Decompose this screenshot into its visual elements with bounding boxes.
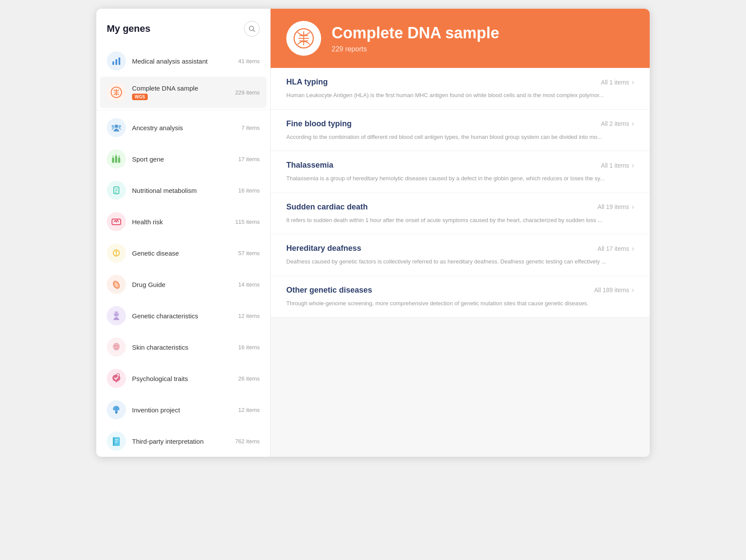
sidebar-item-name-nutrition: Nutritional metabolism: [132, 187, 238, 194]
sidebar-item-genetic[interactable]: Genetic disease 57 items: [96, 237, 270, 269]
sidebar-item-name-ancestry: Ancestry analysis: [132, 124, 241, 132]
sidebar-item-complete-dna[interactable]: Complete DNA sample WGS 229 items: [100, 77, 267, 108]
content-item-header-0: HLA typing All 1 items ›: [286, 78, 634, 87]
content-item-meta-2: All 1 items ›: [601, 162, 634, 169]
svg-point-24: [116, 254, 117, 256]
svg-rect-36: [115, 413, 117, 414]
content-item-title-1: Fine blood typing: [286, 119, 352, 128]
sidebar-item-name-psych: Psychological traits: [132, 375, 238, 382]
content-item-header-2: Thalassemia All 1 items ›: [286, 161, 634, 170]
search-button[interactable]: [244, 21, 260, 37]
svg-point-6: [115, 125, 118, 128]
sidebar-item-text-psych: Psychological traits: [132, 375, 238, 382]
health-icon: [107, 212, 126, 231]
content-item-meta-5: All 189 items ›: [594, 286, 634, 294]
sidebar-item-name-char: Genetic characteristics: [132, 312, 238, 320]
svg-rect-35: [115, 412, 118, 413]
sidebar-item-text-sport: Sport gene: [132, 155, 238, 163]
svg-point-29: [117, 312, 119, 314]
svg-point-22: [115, 251, 117, 253]
content-item-title-4: Hereditary deafness: [286, 244, 361, 253]
chevron-icon-1: ›: [632, 120, 634, 128]
sidebar-item-invention[interactable]: Invention project 12 items: [96, 394, 270, 425]
content-item-desc-3: It refers to sudden death within 1 hour …: [286, 216, 634, 225]
sidebar-item-psych[interactable]: + Psychological traits 26 items: [96, 363, 270, 394]
svg-point-28: [114, 312, 115, 314]
svg-rect-11: [118, 158, 120, 163]
sidebar-item-health[interactable]: Health risk 115 items: [96, 206, 270, 237]
genetic-icon: [107, 243, 126, 263]
sidebar-item-nutrition[interactable]: Nutritional metabolism 16 items: [96, 175, 270, 206]
sidebar-item-count-nutrition: 16 items: [238, 187, 260, 194]
invention-icon: [107, 400, 126, 419]
sidebar-item-count-skin: 16 items: [238, 344, 260, 351]
svg-point-32: [117, 345, 119, 347]
content-item-4[interactable]: Hereditary deafness All 17 items › Deafn…: [271, 234, 650, 276]
chevron-icon-2: ›: [632, 162, 634, 169]
svg-line-1: [253, 30, 255, 32]
content-item-0[interactable]: HLA typing All 1 items › Human Leukocyte…: [271, 68, 650, 110]
content-item-5[interactable]: Other genetic diseases All 189 items › T…: [271, 276, 650, 318]
sidebar-item-ancestry[interactable]: Ancestry analysis 7 items: [96, 112, 270, 143]
sport-icon: [107, 149, 126, 169]
app-container: My genes Medical analysis assistant 4: [96, 9, 650, 457]
chevron-icon-5: ›: [632, 286, 634, 294]
sidebar-item-text-nutrition: Nutritional metabolism: [132, 187, 238, 194]
content-item-desc-0: Human Leukocyte Antigen (HLA) is the fir…: [286, 91, 634, 100]
content-item-desc-4: Deafness caused by genetic factors is co…: [286, 257, 634, 266]
sidebar-item-text-complete-dna: Complete DNA sample WGS: [132, 84, 235, 100]
svg-rect-3: [115, 59, 117, 65]
content-item-desc-2: Thalassemia is a group of hereditary hem…: [286, 174, 634, 183]
content-item-header-4: Hereditary deafness All 17 items ›: [286, 244, 634, 253]
bar-chart-icon: [107, 51, 126, 71]
wgs-badge: WGS: [132, 94, 148, 100]
content-item-meta-4: All 17 items ›: [597, 245, 634, 253]
sidebar-item-count-complete-dna: 229 items: [235, 89, 260, 96]
main-content: Complete DNA sample 229 reports HLA typi…: [271, 9, 650, 457]
sidebar-title: My genes: [107, 23, 150, 34]
sidebar-item-count-invention: 12 items: [238, 407, 260, 413]
sidebar-item-count-third: 762 items: [235, 438, 260, 445]
content-item-1[interactable]: Fine blood typing All 2 items › Accordin…: [271, 110, 650, 152]
sidebar-item-medical[interactable]: Medical analysis assistant 41 items: [96, 45, 270, 77]
header-banner: Complete DNA sample 229 reports: [271, 9, 650, 68]
sidebar-item-count-genetic: 57 items: [238, 250, 260, 256]
content-item-meta-0: All 1 items ›: [601, 78, 634, 86]
sidebar-item-count-health: 115 items: [235, 219, 260, 225]
char-icon: [107, 306, 126, 325]
sidebar-item-skin[interactable]: Skin characteristics 16 items: [96, 331, 270, 363]
content-item-title-5: Other genetic diseases: [286, 286, 372, 295]
content-item-3[interactable]: Sudden cardiac death All 19 items › It r…: [271, 193, 650, 235]
sidebar-item-text-drug: Drug Guide: [132, 281, 238, 288]
content-item-desc-1: According to the combination of differen…: [286, 133, 634, 142]
dna-logo-icon: [292, 27, 315, 50]
chevron-icon-4: ›: [632, 245, 634, 253]
content-item-header-5: Other genetic diseases All 189 items ›: [286, 286, 634, 295]
sidebar-item-count-sport: 17 items: [238, 156, 260, 162]
svg-point-27: [114, 311, 119, 317]
sidebar-item-text-invention: Invention project: [132, 406, 238, 414]
svg-rect-38: [113, 437, 114, 446]
sidebar-item-name-skin: Skin characteristics: [132, 344, 238, 351]
sidebar-item-count-psych: 26 items: [238, 375, 260, 382]
divider-1: [96, 110, 270, 110]
sidebar-item-text-third: Third-party interpretation: [132, 438, 235, 445]
sidebar-item-sport[interactable]: Sport gene 17 items: [96, 143, 270, 175]
sidebar-item-text-health: Health risk: [132, 218, 235, 226]
sidebar-item-drug[interactable]: Drug Guide 14 items: [96, 269, 270, 300]
sidebar-item-char[interactable]: Genetic characteristics 12 items: [96, 300, 270, 331]
content-item-header-3: Sudden cardiac death All 19 items ›: [286, 202, 634, 212]
drug-icon: [107, 275, 126, 294]
svg-point-30: [113, 343, 120, 351]
svg-point-8: [119, 125, 121, 128]
sidebar-item-name-health: Health risk: [132, 218, 235, 226]
content-item-title-3: Sudden cardiac death: [286, 202, 368, 212]
svg-point-7: [112, 125, 114, 128]
content-item-2[interactable]: Thalassemia All 1 items › Thalassemia is…: [271, 151, 650, 193]
sidebar-item-name-sport: Sport gene: [132, 155, 238, 163]
sidebar-item-third[interactable]: Third-party interpretation 762 items: [96, 425, 270, 457]
chevron-icon-3: ›: [632, 203, 634, 211]
header-title: Complete DNA sample: [332, 24, 499, 42]
sidebar-item-count-drug: 14 items: [238, 281, 260, 288]
sidebar-item-text-medical: Medical analysis assistant: [132, 57, 238, 65]
